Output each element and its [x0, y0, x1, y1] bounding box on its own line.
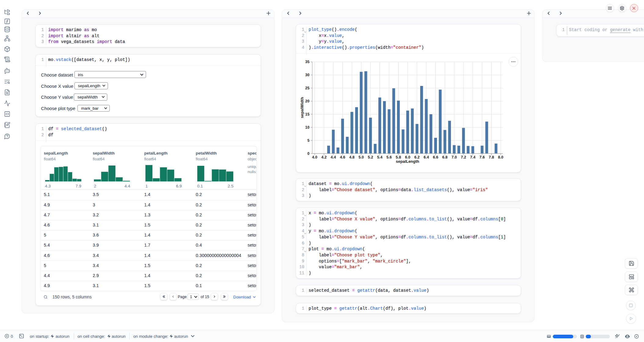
svg-text:4.2: 4.2 — [321, 155, 327, 159]
svg-text:5.8: 5.8 — [396, 155, 401, 159]
svg-text:sepalWidth: sepalWidth — [300, 97, 304, 118]
svg-text:15: 15 — [305, 112, 309, 116]
svg-text:4.6: 4.6 — [340, 155, 345, 159]
svg-text:4.4: 4.4 — [331, 155, 336, 159]
svg-text:6.4: 6.4 — [424, 155, 429, 159]
svg-text:6.0: 6.0 — [405, 155, 410, 159]
svg-text:8.0: 8.0 — [498, 155, 503, 159]
svg-text:5.2: 5.2 — [368, 155, 373, 159]
svg-text:4.8: 4.8 — [349, 155, 354, 159]
svg-text:7.8: 7.8 — [489, 155, 494, 159]
svg-text:6.6: 6.6 — [433, 155, 438, 159]
svg-text:5.6: 5.6 — [386, 155, 392, 159]
svg-text:0: 0 — [307, 151, 309, 156]
svg-text:20: 20 — [305, 99, 309, 103]
svg-text:5.4: 5.4 — [377, 155, 382, 159]
svg-text:7.6: 7.6 — [479, 155, 485, 159]
svg-text:7.4: 7.4 — [470, 155, 475, 159]
svg-text:10: 10 — [305, 125, 309, 130]
svg-text:7.0: 7.0 — [452, 155, 457, 159]
svg-text:5.0: 5.0 — [359, 155, 364, 159]
svg-text:4.0: 4.0 — [312, 155, 317, 159]
svg-text:7.2: 7.2 — [461, 155, 466, 159]
svg-text:30: 30 — [305, 73, 309, 77]
svg-text:sepalLength: sepalLength — [396, 159, 419, 164]
svg-text:25: 25 — [305, 86, 309, 90]
svg-text:6.2: 6.2 — [414, 155, 420, 159]
svg-text:5: 5 — [307, 138, 309, 143]
svg-text:35: 35 — [305, 60, 309, 64]
svg-text:6.8: 6.8 — [442, 155, 447, 159]
